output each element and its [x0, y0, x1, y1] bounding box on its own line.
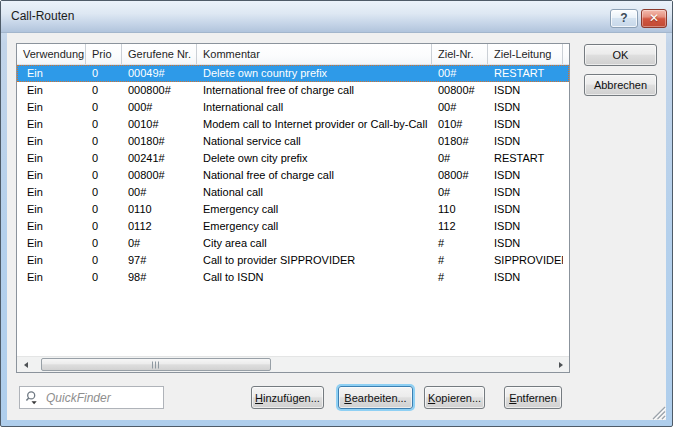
cell-verwendung: Ein: [17, 201, 86, 218]
cell-kommentar: Call to provider SIPPROVIDER: [197, 252, 432, 269]
cell-ziel-leitung: ISDN: [488, 201, 563, 218]
dialog-body: Verwendung Prio Gerufene Nr. Kommentar Z…: [7, 33, 666, 420]
scrollbar-gripper-icon: [152, 361, 160, 368]
cell-kommentar: Call to ISDN: [197, 269, 432, 286]
cell-ziel-nr: #: [432, 252, 488, 269]
window-title: Call-Routen: [11, 1, 74, 32]
copy-button[interactable]: Kopieren...: [424, 386, 485, 409]
cell-verwendung: Ein: [17, 269, 86, 286]
remove-button[interactable]: Entfernen: [504, 386, 562, 409]
table-row[interactable]: Ein 0 97# Call to provider SIPPROVIDER #…: [17, 252, 569, 269]
add-button[interactable]: Hinzufügen...: [251, 386, 324, 409]
cell-gerufene-nr: 0110: [122, 201, 197, 218]
route-rows: Ein 0 00049# Delete own country prefix 0…: [17, 65, 569, 356]
cell-prio: 0: [86, 218, 122, 235]
copy-button-label: Kopieren...: [428, 392, 481, 404]
cell-ziel-leitung: ISDN: [488, 133, 563, 150]
cell-gerufene-nr: 98#: [122, 269, 197, 286]
cell-ziel-nr: 00800#: [432, 82, 488, 99]
table-row[interactable]: Ein 0 00049# Delete own country prefix 0…: [17, 65, 569, 82]
call-routes-table: Verwendung Prio Gerufene Nr. Kommentar Z…: [16, 43, 570, 373]
cell-gerufene-nr: 0112: [122, 218, 197, 235]
table-row[interactable]: Ein 0 00180# National service call 0180#…: [17, 133, 569, 150]
cancel-button[interactable]: Abbrechen: [584, 74, 657, 96]
cell-gerufene-nr: 00#: [122, 184, 197, 201]
cell-gerufene-nr: 0010#: [122, 116, 197, 133]
titlebar[interactable]: Call-Routen: [1, 1, 672, 33]
dialog-call-routen: Call-Routen ? ✕ Verwendung Prio Gerufene…: [0, 0, 673, 427]
cell-verwendung: Ein: [17, 82, 86, 99]
cell-ziel-leitung: ISDN: [488, 184, 563, 201]
cell-verwendung: Ein: [17, 65, 86, 82]
table-row[interactable]: Ein 0 0010# Modem call to Internet provi…: [17, 116, 569, 133]
cell-ziel-nr: 010#: [432, 116, 488, 133]
table-row[interactable]: Ein 0 00800# National free of charge cal…: [17, 167, 569, 184]
cell-gerufene-nr: 000#: [122, 99, 197, 116]
cell-prio: 0: [86, 252, 122, 269]
help-icon: ?: [620, 11, 627, 25]
horizontal-scrollbar[interactable]: [17, 356, 569, 372]
search-icon[interactable]: [24, 390, 40, 406]
table-row[interactable]: Ein 0 000# International call 00# ISDN: [17, 99, 569, 116]
ok-button-label: OK: [613, 49, 629, 61]
cell-gerufene-nr: 00180#: [122, 133, 197, 150]
search-dropdown-arrow-icon: [32, 401, 37, 404]
column-header-prio[interactable]: Prio: [86, 44, 122, 64]
table-row[interactable]: Ein 0 00# National call 0# ISDN: [17, 184, 569, 201]
column-header-kommentar[interactable]: Kommentar: [197, 44, 432, 64]
cell-kommentar: Emergency call: [197, 218, 432, 235]
cell-verwendung: Ein: [17, 99, 86, 116]
cell-ziel-nr: #: [432, 235, 488, 252]
cell-ziel-nr: 0800#: [432, 167, 488, 184]
scroll-left-button[interactable]: [17, 357, 34, 372]
cell-gerufene-nr: 00800#: [122, 167, 197, 184]
cell-gerufene-nr: 00049#: [122, 65, 197, 82]
column-header-verwendung[interactable]: Verwendung: [17, 44, 86, 64]
scroll-right-button[interactable]: [552, 357, 569, 372]
cell-prio: 0: [86, 150, 122, 167]
table-row[interactable]: Ein 0 98# Call to ISDN # ISDN: [17, 269, 569, 286]
cell-prio: 0: [86, 235, 122, 252]
scrollbar-thumb[interactable]: [41, 358, 271, 371]
cell-kommentar: Delete own city prefix: [197, 150, 432, 167]
column-header-ziel-leitung[interactable]: Ziel-Leitung: [488, 44, 563, 64]
cell-kommentar: Emergency call: [197, 201, 432, 218]
cell-prio: 0: [86, 133, 122, 150]
scroll-left-icon: [24, 362, 28, 368]
cell-ziel-leitung: RESTART: [488, 150, 563, 167]
cell-kommentar: Delete own country prefix: [197, 65, 432, 82]
cell-kommentar: Modem call to Internet provider or Call-…: [197, 116, 432, 133]
cell-ziel-leitung: SIPPROVIDER: [488, 252, 563, 269]
cell-ziel-nr: 0180#: [432, 133, 488, 150]
column-header-ziel-nr[interactable]: Ziel-Nr.: [432, 44, 488, 64]
cell-ziel-nr: 00#: [432, 99, 488, 116]
cell-ziel-leitung: ISDN: [488, 235, 563, 252]
cell-ziel-nr: 110: [432, 201, 488, 218]
table-row[interactable]: Ein 0 0112 Emergency call 112 ISDN: [17, 218, 569, 235]
cell-ziel-leitung: ISDN: [488, 116, 563, 133]
ok-button[interactable]: OK: [584, 44, 657, 66]
cell-prio: 0: [86, 201, 122, 218]
cell-prio: 0: [86, 116, 122, 133]
cell-ziel-leitung: ISDN: [488, 269, 563, 286]
help-button[interactable]: ?: [610, 9, 638, 28]
cell-kommentar: International call: [197, 99, 432, 116]
cell-ziel-leitung: ISDN: [488, 82, 563, 99]
close-button[interactable]: ✕: [641, 9, 667, 28]
cell-kommentar: International free of charge call: [197, 82, 432, 99]
cell-kommentar: City area call: [197, 235, 432, 252]
quickfinder-input[interactable]: [44, 388, 160, 407]
table-row[interactable]: Ein 0 00241# Delete own city prefix 0# R…: [17, 150, 569, 167]
table-row[interactable]: Ein 0 000800# International free of char…: [17, 82, 569, 99]
column-header-gerufene-nr[interactable]: Gerufene Nr.: [122, 44, 197, 64]
remove-button-label: Entfernen: [509, 392, 557, 404]
cell-verwendung: Ein: [17, 116, 86, 133]
cell-kommentar: National free of charge call: [197, 167, 432, 184]
table-row[interactable]: Ein 0 0110 Emergency call 110 ISDN: [17, 201, 569, 218]
cell-verwendung: Ein: [17, 167, 86, 184]
edit-button[interactable]: Bearbeiten...: [338, 386, 413, 409]
cell-ziel-nr: 0#: [432, 184, 488, 201]
cell-gerufene-nr: 0#: [122, 235, 197, 252]
table-row[interactable]: Ein 0 0# City area call # ISDN: [17, 235, 569, 252]
resize-grip[interactable]: [651, 405, 666, 420]
